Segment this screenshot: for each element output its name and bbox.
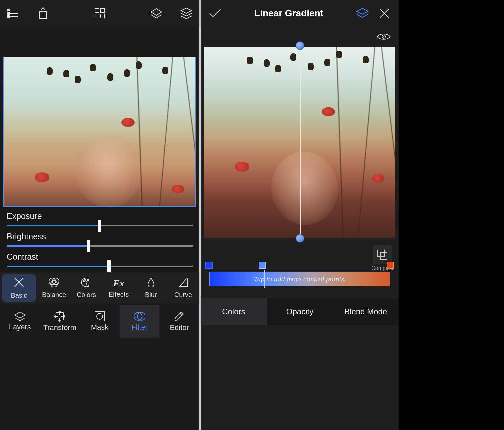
bottom-tab-label: Filter (131, 323, 148, 332)
bottom-tab-editor[interactable]: Editor (159, 305, 199, 338)
gradient-editor: Tap to add more control points. (205, 262, 394, 286)
svg-rect-9 (100, 9, 104, 13)
mask-icon (94, 311, 105, 322)
filter-tab-label: Colors (77, 291, 96, 299)
bottom-tabs: Layers Transform Mask Filter Editor (0, 305, 199, 338)
gradient-stop-0[interactable] (205, 262, 213, 269)
filter-tabs: Basic Balance Colors Fx Effects Blur Cur… (0, 272, 199, 304)
gradient-marker[interactable] (264, 270, 265, 288)
svg-point-31 (134, 312, 142, 320)
svg-marker-34 (357, 8, 368, 14)
gradient-handle-end[interactable] (296, 234, 304, 243)
svg-rect-4 (7, 12, 9, 14)
tab-blend-mode[interactable]: Blend Mode (333, 298, 399, 325)
svg-rect-11 (100, 14, 104, 18)
svg-rect-10 (95, 14, 99, 18)
pencil-icon (175, 311, 184, 322)
bottom-tab-label: Transform (43, 323, 76, 332)
filter-tab-colors[interactable]: Colors (70, 272, 103, 304)
image-canvas-right[interactable] (204, 47, 395, 238)
layers-icon[interactable] (149, 6, 163, 20)
eye-icon[interactable] (377, 30, 391, 44)
venn-icon (48, 277, 60, 289)
gradient-stops-track[interactable] (205, 262, 394, 270)
image-canvas-left[interactable] (3, 57, 196, 207)
layers-icon (14, 311, 26, 321)
slider-track-contrast[interactable] (7, 266, 193, 267)
right-panel: Linear Gradient Compare (199, 0, 399, 430)
gradient-axis[interactable] (300, 47, 301, 237)
tab-opacity[interactable]: Opacity (267, 298, 333, 325)
slider-track-brightness[interactable] (7, 245, 193, 247)
bottom-tab-mask[interactable]: Mask (80, 305, 120, 338)
slider-thumb[interactable] (87, 240, 90, 252)
filter-icon (134, 311, 145, 322)
gradient-preview-bar[interactable]: Tap to add more control points. (209, 272, 390, 286)
svg-point-32 (137, 312, 145, 320)
svg-marker-23 (15, 312, 25, 318)
filter-tab-label: Effects (108, 291, 129, 298)
right-tabs: Colors Opacity Blend Mode (201, 298, 399, 325)
svg-rect-8 (95, 9, 99, 13)
palette-icon (81, 277, 92, 289)
filter-tab-curve[interactable]: Curve (167, 272, 199, 304)
svg-marker-12 (151, 9, 162, 15)
gradient-hint: Tap to add more control points. (254, 275, 346, 283)
slider-thumb[interactable] (107, 260, 111, 272)
left-panel: Exposure Brightness Contrast Basic (0, 0, 199, 430)
canvas-area-right: Compare (201, 47, 399, 238)
close-button[interactable] (377, 6, 391, 20)
layers-stack-icon[interactable] (179, 6, 193, 20)
filter-tab-label: Basic (11, 292, 27, 299)
bottom-tab-label: Mask (91, 323, 109, 332)
bottom-tab-filter[interactable]: Filter (120, 305, 160, 338)
curve-icon (178, 277, 188, 289)
slider-exposure: Exposure (7, 211, 193, 226)
transform-icon (54, 311, 65, 322)
svg-point-20 (85, 279, 86, 280)
svg-rect-3 (7, 9, 9, 11)
filter-tab-balance[interactable]: Balance (38, 272, 70, 304)
bottom-tab-label: Editor (170, 323, 189, 332)
tab-colors[interactable]: Colors (201, 298, 267, 325)
drop-icon (147, 277, 155, 289)
fx-icon: Fx (113, 278, 124, 289)
svg-rect-5 (7, 16, 9, 18)
slider-label: Brightness (7, 232, 193, 241)
filter-tab-blur[interactable]: Blur (135, 272, 167, 304)
right-header: Linear Gradient (201, 0, 399, 27)
slider-contrast: Contrast (7, 252, 193, 267)
top-toolbar (0, 0, 199, 27)
bottom-tab-layers[interactable]: Layers (0, 305, 40, 338)
slider-track-exposure[interactable] (7, 225, 193, 226)
slider-label: Contrast (7, 252, 193, 262)
layers-icon[interactable] (355, 6, 369, 20)
list-icon[interactable] (6, 6, 20, 20)
sliders-panel: Exposure Brightness Contrast (0, 207, 199, 272)
confirm-button[interactable] (208, 6, 222, 20)
canvas-area-left (0, 57, 199, 207)
svg-point-19 (83, 281, 84, 282)
slider-thumb[interactable] (98, 220, 101, 232)
page-title: Linear Gradient (230, 8, 347, 19)
svg-rect-41 (380, 253, 387, 259)
x-icon (13, 277, 25, 290)
grid-icon[interactable] (93, 6, 107, 20)
svg-rect-40 (378, 250, 384, 257)
bottom-tab-transform[interactable]: Transform (40, 305, 80, 338)
gradient-stop-1[interactable] (259, 262, 266, 269)
filter-tab-effects[interactable]: Fx Effects (102, 272, 135, 304)
filter-tab-basic[interactable]: Basic (2, 274, 36, 302)
gradient-handle-start[interactable] (296, 41, 304, 50)
filter-tab-label: Blur (145, 291, 157, 299)
svg-point-30 (97, 313, 103, 319)
filter-tab-label: Curve (174, 291, 192, 299)
slider-brightness: Brightness (7, 232, 193, 247)
svg-line-33 (180, 313, 182, 315)
svg-point-21 (87, 279, 89, 281)
gradient-stop-2[interactable] (387, 262, 394, 269)
filter-tab-label: Balance (42, 291, 66, 299)
svg-marker-13 (181, 8, 192, 13)
share-icon[interactable] (36, 6, 50, 20)
compare-button[interactable] (373, 245, 392, 264)
